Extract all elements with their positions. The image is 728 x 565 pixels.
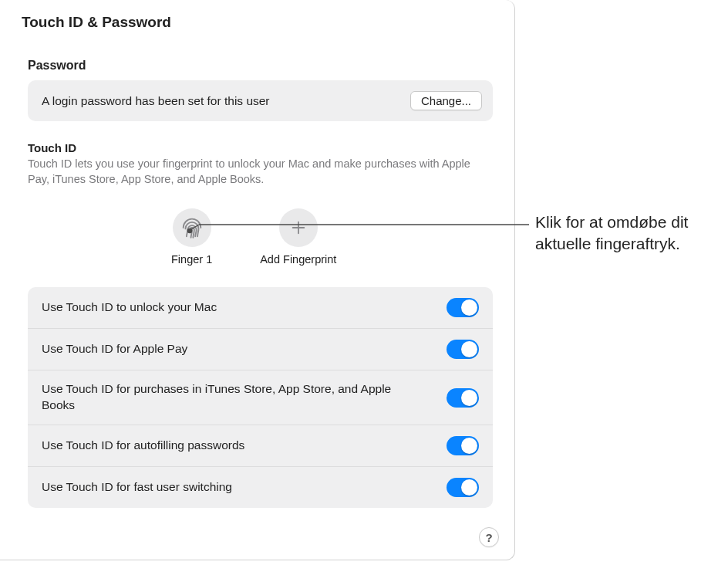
option-label: Use Touch ID for Apple Pay	[42, 341, 187, 357]
password-row: A login password has been set for this u…	[28, 80, 493, 121]
settings-panel: Touch ID & Password Password A login pas…	[0, 0, 515, 560]
option-autofill: Use Touch ID for autofilling passwords	[28, 425, 493, 467]
add-fingerprint-label: Add Fingerprint	[260, 253, 336, 266]
toggle-apple-pay[interactable]	[447, 340, 479, 359]
fingerprint-1-label: Finger 1	[171, 253, 212, 266]
password-status-text: A login password has been set for this u…	[42, 94, 270, 108]
toggle-purchases[interactable]	[447, 388, 479, 408]
option-fast-user-switching: Use Touch ID for fast user switching	[28, 467, 493, 508]
option-apple-pay: Use Touch ID for Apple Pay	[28, 329, 493, 370]
plus-icon	[279, 208, 318, 247]
option-purchases: Use Touch ID for purchases in iTunes Sto…	[28, 370, 493, 425]
touchid-section: Touch ID Touch ID lets you use your fing…	[28, 141, 493, 508]
add-fingerprint-button[interactable]: Add Fingerprint	[260, 208, 336, 266]
change-password-button[interactable]: Change...	[410, 91, 482, 110]
touchid-options-list: Use Touch ID to unlock your Mac Use Touc…	[28, 287, 493, 508]
password-heading: Password	[28, 59, 493, 73]
option-unlock-mac: Use Touch ID to unlock your Mac	[28, 287, 493, 329]
option-label: Use Touch ID for autofilling passwords	[42, 438, 244, 454]
option-label: Use Touch ID to unlock your Mac	[42, 299, 217, 316]
toggle-autofill[interactable]	[447, 436, 479, 455]
option-label: Use Touch ID for fast user switching	[42, 479, 232, 496]
callout-text: Klik for at omdøbe dit aktuelle fingeraf…	[535, 211, 728, 255]
fingerprints-row: Finger 1 Add Fingerprint	[171, 208, 493, 266]
content-area: Password A login password has been set f…	[0, 31, 514, 508]
touchid-heading: Touch ID	[28, 141, 493, 154]
fingerprint-1[interactable]: Finger 1	[171, 208, 212, 266]
touchid-description: Touch ID lets you use your fingerprint t…	[28, 157, 493, 187]
toggle-unlock-mac[interactable]	[447, 298, 479, 317]
fingerprint-icon	[173, 208, 211, 247]
toggle-fast-user-switching[interactable]	[447, 478, 479, 497]
help-button[interactable]: ?	[479, 527, 499, 547]
page-title: Touch ID & Password	[0, 0, 514, 31]
option-label: Use Touch ID for purchases in iTunes Sto…	[42, 381, 412, 414]
